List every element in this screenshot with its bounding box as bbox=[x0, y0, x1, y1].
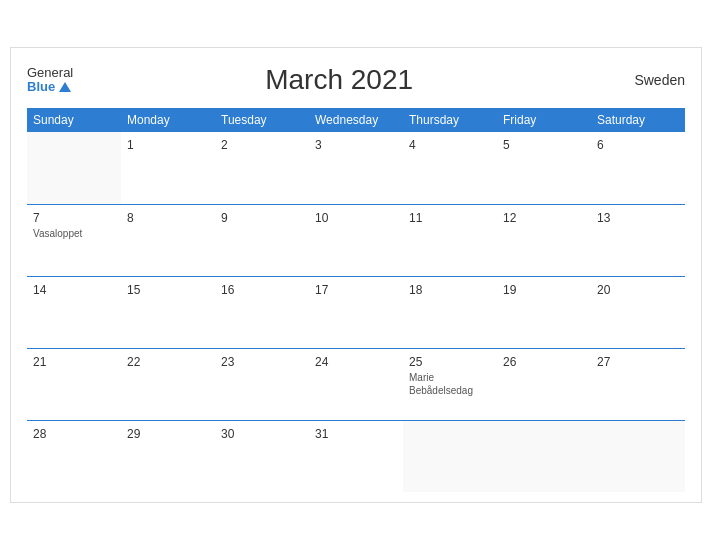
day-cell: 22 bbox=[121, 348, 215, 420]
day-cell: 5 bbox=[497, 132, 591, 204]
day-number: 6 bbox=[597, 138, 679, 152]
day-cell: 25Marie Bebådelsedag bbox=[403, 348, 497, 420]
day-cell: 14 bbox=[27, 276, 121, 348]
day-cell: 16 bbox=[215, 276, 309, 348]
day-number: 26 bbox=[503, 355, 585, 369]
day-cell: 28 bbox=[27, 420, 121, 492]
calendar-grid: SundayMondayTuesdayWednesdayThursdayFrid… bbox=[27, 108, 685, 492]
day-cell: 23 bbox=[215, 348, 309, 420]
day-cell: 26 bbox=[497, 348, 591, 420]
day-cell: 4 bbox=[403, 132, 497, 204]
calendar-thead: SundayMondayTuesdayWednesdayThursdayFrid… bbox=[27, 108, 685, 132]
day-number: 4 bbox=[409, 138, 491, 152]
day-cell bbox=[497, 420, 591, 492]
weekday-header-wednesday: Wednesday bbox=[309, 108, 403, 132]
day-cell: 12 bbox=[497, 204, 591, 276]
day-cell: 17 bbox=[309, 276, 403, 348]
week-row-1: 123456 bbox=[27, 132, 685, 204]
day-cell bbox=[403, 420, 497, 492]
day-cell: 30 bbox=[215, 420, 309, 492]
day-number: 5 bbox=[503, 138, 585, 152]
day-number: 12 bbox=[503, 211, 585, 225]
day-number: 16 bbox=[221, 283, 303, 297]
weekday-header-friday: Friday bbox=[497, 108, 591, 132]
day-number: 30 bbox=[221, 427, 303, 441]
logo-general-text: General bbox=[27, 66, 73, 80]
day-cell: 19 bbox=[497, 276, 591, 348]
day-cell: 31 bbox=[309, 420, 403, 492]
day-cell: 3 bbox=[309, 132, 403, 204]
calendar-title: March 2021 bbox=[73, 64, 605, 96]
day-cell: 1 bbox=[121, 132, 215, 204]
day-cell bbox=[27, 132, 121, 204]
week-row-5: 28293031 bbox=[27, 420, 685, 492]
weekday-header-saturday: Saturday bbox=[591, 108, 685, 132]
day-number: 8 bbox=[127, 211, 209, 225]
day-number: 2 bbox=[221, 138, 303, 152]
day-number: 13 bbox=[597, 211, 679, 225]
day-number: 1 bbox=[127, 138, 209, 152]
weekday-header-tuesday: Tuesday bbox=[215, 108, 309, 132]
day-number: 28 bbox=[33, 427, 115, 441]
day-number: 3 bbox=[315, 138, 397, 152]
calendar-header: General Blue March 2021 Sweden bbox=[27, 64, 685, 96]
day-cell: 29 bbox=[121, 420, 215, 492]
day-number: 29 bbox=[127, 427, 209, 441]
day-cell: 9 bbox=[215, 204, 309, 276]
day-number: 7 bbox=[33, 211, 115, 225]
day-cell: 18 bbox=[403, 276, 497, 348]
day-cell: 10 bbox=[309, 204, 403, 276]
day-number: 20 bbox=[597, 283, 679, 297]
day-number: 9 bbox=[221, 211, 303, 225]
day-number: 18 bbox=[409, 283, 491, 297]
calendar-tbody: 1234567Vasaloppet89101112131415161718192… bbox=[27, 132, 685, 492]
day-number: 25 bbox=[409, 355, 491, 369]
weekday-header-monday: Monday bbox=[121, 108, 215, 132]
day-event: Vasaloppet bbox=[33, 227, 115, 240]
day-number: 22 bbox=[127, 355, 209, 369]
day-number: 15 bbox=[127, 283, 209, 297]
day-number: 11 bbox=[409, 211, 491, 225]
day-cell: 13 bbox=[591, 204, 685, 276]
weekday-header-row: SundayMondayTuesdayWednesdayThursdayFrid… bbox=[27, 108, 685, 132]
day-number: 24 bbox=[315, 355, 397, 369]
logo-blue-text: Blue bbox=[27, 80, 71, 94]
week-row-3: 14151617181920 bbox=[27, 276, 685, 348]
calendar-container: General Blue March 2021 Sweden SundayMon… bbox=[10, 47, 702, 503]
day-cell: 27 bbox=[591, 348, 685, 420]
day-number: 23 bbox=[221, 355, 303, 369]
day-cell: 15 bbox=[121, 276, 215, 348]
day-cell: 11 bbox=[403, 204, 497, 276]
calendar-country: Sweden bbox=[605, 72, 685, 88]
logo-triangle-icon bbox=[59, 82, 71, 92]
day-number: 10 bbox=[315, 211, 397, 225]
day-number: 19 bbox=[503, 283, 585, 297]
day-event: Marie Bebådelsedag bbox=[409, 371, 491, 397]
day-cell: 7Vasaloppet bbox=[27, 204, 121, 276]
day-number: 21 bbox=[33, 355, 115, 369]
day-cell: 6 bbox=[591, 132, 685, 204]
day-cell: 21 bbox=[27, 348, 121, 420]
logo: General Blue bbox=[27, 66, 73, 95]
week-row-4: 2122232425Marie Bebådelsedag2627 bbox=[27, 348, 685, 420]
day-cell: 24 bbox=[309, 348, 403, 420]
week-row-2: 7Vasaloppet8910111213 bbox=[27, 204, 685, 276]
day-number: 17 bbox=[315, 283, 397, 297]
day-number: 27 bbox=[597, 355, 679, 369]
day-cell: 2 bbox=[215, 132, 309, 204]
day-number: 31 bbox=[315, 427, 397, 441]
weekday-header-thursday: Thursday bbox=[403, 108, 497, 132]
day-number: 14 bbox=[33, 283, 115, 297]
day-cell: 8 bbox=[121, 204, 215, 276]
day-cell bbox=[591, 420, 685, 492]
weekday-header-sunday: Sunday bbox=[27, 108, 121, 132]
day-cell: 20 bbox=[591, 276, 685, 348]
